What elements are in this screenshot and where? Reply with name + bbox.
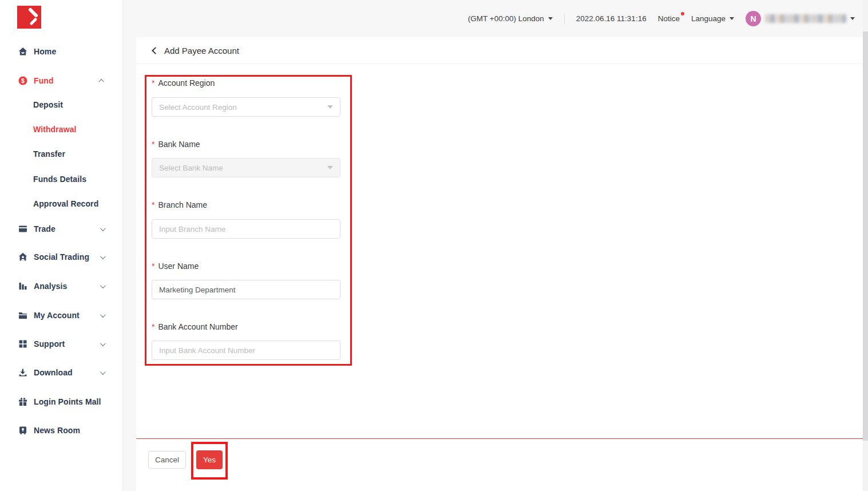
brand-logo-icon[interactable] xyxy=(17,6,41,29)
my-account-icon xyxy=(18,311,27,320)
language-selector[interactable]: Language xyxy=(691,14,734,23)
scrollbar-track xyxy=(863,0,868,491)
select-caret-icon xyxy=(327,166,333,169)
gift-icon xyxy=(18,397,27,406)
sidebar-item-label: Home xyxy=(34,47,56,56)
select-placeholder: Select Account Region xyxy=(159,103,237,112)
cancel-button[interactable]: Cancel xyxy=(148,451,186,469)
field-label-branch-name: *Branch Name xyxy=(152,200,207,209)
analysis-icon xyxy=(18,282,27,291)
sidebar-item-download[interactable]: Download xyxy=(18,366,104,379)
timezone-label: (GMT +00:00) London xyxy=(468,14,544,23)
trade-icon xyxy=(18,224,27,233)
sidebar-item-deposit[interactable]: Deposit xyxy=(33,98,104,111)
sidebar-item-login-points-mall[interactable]: Login Points Mall xyxy=(18,395,104,408)
sidebar-item-support[interactable]: Support xyxy=(18,338,104,350)
sidebar-item-trade[interactable]: Trade xyxy=(18,223,104,235)
user-menu[interactable]: N xyxy=(746,11,855,26)
required-marker: * xyxy=(152,78,154,88)
page-title: Add Payee Account xyxy=(164,46,239,56)
fund-icon: $ xyxy=(18,76,27,85)
topbar: (GMT +00:00) London 2022.06.16 11:31:16 … xyxy=(123,0,863,37)
chevron-down-icon xyxy=(100,225,106,231)
support-icon xyxy=(18,339,27,349)
sidebar-item-fund[interactable]: $ Fund xyxy=(18,74,104,87)
sidebar-item-approval-record[interactable]: Approval Record xyxy=(33,197,104,210)
caret-down-icon xyxy=(850,17,855,20)
bank-name-select: Select Bank Name xyxy=(152,158,340,177)
yes-button[interactable]: Yes xyxy=(196,450,223,469)
caret-down-icon xyxy=(730,17,734,20)
page-header: Add Payee Account xyxy=(136,37,864,64)
chevron-down-icon xyxy=(100,369,106,375)
avatar: N xyxy=(746,11,761,26)
sidebar-item-funds-details[interactable]: Funds Details xyxy=(33,173,104,185)
sidebar-item-social-trading[interactable]: Social Trading xyxy=(18,251,104,263)
sidebar: Home $ Fund Deposit Withdrawal Transfer … xyxy=(0,0,123,491)
social-trading-icon xyxy=(18,252,27,262)
chevron-down-icon xyxy=(100,254,106,259)
notice-link[interactable]: Notice xyxy=(658,14,680,23)
back-icon[interactable] xyxy=(152,47,159,54)
user-name-input[interactable] xyxy=(152,280,340,299)
chevron-down-icon xyxy=(100,340,106,346)
field-label-bank-account-number: *Bank Account Number xyxy=(152,322,238,331)
required-marker: * xyxy=(152,322,154,331)
username-masked xyxy=(765,14,846,23)
sidebar-item-my-account[interactable]: My Account xyxy=(18,309,104,322)
footer-divider xyxy=(136,438,864,439)
notification-dot xyxy=(681,12,684,15)
required-marker: * xyxy=(152,140,154,149)
sidebar-item-transfer[interactable]: Transfer xyxy=(33,148,104,160)
sidebar-item-news-room[interactable]: News Room xyxy=(18,424,104,437)
topbar-divider xyxy=(564,14,565,24)
download-icon xyxy=(18,368,27,377)
required-marker: * xyxy=(152,262,154,271)
caret-down-icon xyxy=(548,17,553,20)
scrollbar-thumb[interactable] xyxy=(863,31,868,441)
select-placeholder: Select Bank Name xyxy=(159,164,223,172)
field-label-bank-name: *Bank Name xyxy=(152,140,200,149)
branch-name-input[interactable] xyxy=(152,219,340,239)
chevron-down-icon xyxy=(100,283,106,288)
account-region-select[interactable]: Select Account Region xyxy=(152,97,340,117)
datetime: 2022.06.16 11:31:16 xyxy=(576,14,647,23)
sidebar-item-label: Fund xyxy=(34,76,54,85)
main-content: Add Payee Account *Account Region Select… xyxy=(136,37,864,491)
home-icon xyxy=(18,47,27,56)
required-marker: * xyxy=(152,200,154,209)
news-room-icon xyxy=(18,426,27,435)
timezone-selector[interactable]: (GMT +00:00) London xyxy=(468,14,553,23)
sidebar-item-analysis[interactable]: Analysis xyxy=(18,280,104,292)
chevron-down-icon xyxy=(100,312,106,318)
bank-account-number-input[interactable] xyxy=(152,340,340,360)
field-label-account-region: *Account Region xyxy=(152,78,215,88)
sidebar-item-home[interactable]: Home xyxy=(18,45,104,58)
chevron-up-icon xyxy=(98,78,104,84)
select-caret-icon xyxy=(327,105,333,109)
sidebar-item-withdrawal[interactable]: Withdrawal xyxy=(33,123,104,136)
field-label-user-name: *User Name xyxy=(152,262,199,271)
svg-text:$: $ xyxy=(21,77,25,84)
